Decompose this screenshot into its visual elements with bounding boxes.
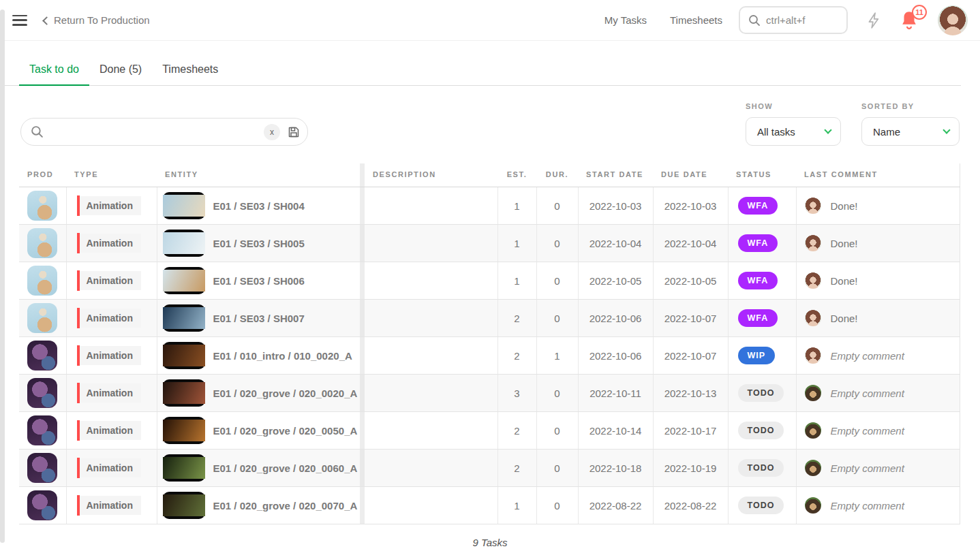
task-row[interactable]: AnimationE01 / 020_grove / 020_0020_A302… <box>19 375 960 412</box>
flash-icon[interactable] <box>866 12 883 29</box>
nav-my-tasks[interactable]: My Tasks <box>604 14 647 26</box>
global-search-box[interactable] <box>739 6 848 34</box>
entity-link[interactable]: E01 / 020_grove / 020_0070_A <box>157 492 361 519</box>
last-comment[interactable]: Done! <box>797 198 960 214</box>
column-resize-handle[interactable] <box>360 337 365 375</box>
table-header-row: PRODTYPEENTITYDESCRIPTIONEST.DUR.START D… <box>19 163 960 187</box>
entity-link[interactable]: E01 / SE03 / SH006 <box>157 267 361 294</box>
task-row[interactable]: AnimationE01 / SE03 / SH005102022-10-042… <box>19 225 960 262</box>
type-cell-td: Animation <box>66 300 157 337</box>
status-badge[interactable]: TODO <box>738 497 784 514</box>
nav-timesheets[interactable]: Timesheets <box>670 14 722 26</box>
tab-task-to-do[interactable]: Task to do <box>29 63 79 85</box>
task-row[interactable]: AnimationE01 / 020_grove / 020_0050_A202… <box>19 412 960 450</box>
column-resize-handle[interactable] <box>360 375 365 412</box>
tab-timesheets[interactable]: Timesheets <box>162 63 218 85</box>
entity-link[interactable]: E01 / 020_grove / 020_0050_A <box>157 417 361 444</box>
status-badge[interactable]: WFA <box>738 234 778 252</box>
last-comment[interactable]: Empty comment <box>797 385 960 401</box>
back-to-production-link[interactable]: Return To Production <box>44 14 150 26</box>
comment-author-avatar <box>805 347 821 364</box>
production-thumbnail[interactable] <box>27 228 57 258</box>
chevron-left-icon <box>42 16 51 25</box>
production-thumbnail[interactable] <box>27 303 57 333</box>
column-resize-handle[interactable] <box>360 262 365 300</box>
last-comment[interactable]: Empty comment <box>797 347 960 364</box>
status-badge[interactable]: WFA <box>738 197 778 215</box>
duration-cell: 0 <box>536 450 578 487</box>
task-filter-input[interactable] <box>50 126 257 138</box>
column-resize-handle[interactable] <box>360 487 365 524</box>
task-tabs: Task to do Done (5) Timesheets <box>0 63 961 86</box>
status-badge[interactable]: TODO <box>738 422 784 439</box>
estimation-cell: 1 <box>497 187 536 225</box>
entity-link[interactable]: E01 / 020_grove / 020_0020_A <box>157 379 361 407</box>
entity-link[interactable]: E01 / SE03 / SH005 <box>157 230 361 257</box>
entity-cell-td: E01 / 020_grove / 020_0060_A <box>157 450 360 487</box>
entity-link[interactable]: E01 / SE03 / SH004 <box>157 192 361 219</box>
column-resize-handle[interactable] <box>360 300 365 337</box>
last-comment[interactable]: Empty comment <box>797 497 960 514</box>
task-row[interactable]: AnimationE01 / SE03 / SH007202022-10-062… <box>19 300 960 337</box>
production-thumbnail[interactable] <box>27 341 57 371</box>
status-badge[interactable]: WFA <box>738 309 778 327</box>
task-row[interactable]: AnimationE01 / SE03 / SH006102022-10-052… <box>19 262 960 300</box>
column-header-dur-: DUR. <box>536 163 578 187</box>
entity-cell-td: E01 / SE03 / SH007 <box>157 300 360 337</box>
column-resize-handle[interactable] <box>360 450 365 487</box>
status-cell: WFA <box>728 300 796 337</box>
menu-icon[interactable] <box>12 15 27 26</box>
status-badge[interactable]: WFA <box>738 272 778 289</box>
column-resize-handle[interactable] <box>360 187 365 225</box>
description-cell <box>365 300 497 337</box>
tab-done[interactable]: Done (5) <box>99 63 142 85</box>
comment-text: Done! <box>831 200 858 212</box>
entity-link[interactable]: E01 / 010_intro / 010_0020_A <box>157 342 361 369</box>
prod-cell <box>19 450 66 487</box>
column-header-resizer[interactable] <box>360 163 365 187</box>
duration-cell: 0 <box>536 412 578 450</box>
production-thumbnail[interactable] <box>27 191 57 221</box>
production-thumbnail[interactable] <box>27 453 57 483</box>
last-comment[interactable]: Done! <box>797 310 960 326</box>
status-badge[interactable]: WIP <box>738 347 776 364</box>
production-thumbnail[interactable] <box>27 378 57 408</box>
type-cell-td: Animation <box>66 487 157 524</box>
last-comment-cell: Empty comment <box>796 450 960 487</box>
description-cell <box>365 412 497 450</box>
prod-cell <box>19 225 66 262</box>
column-resize-handle[interactable] <box>360 412 365 450</box>
status-badge[interactable]: TODO <box>738 384 784 402</box>
task-row[interactable]: AnimationE01 / 010_intro / 010_0020_A212… <box>19 337 960 375</box>
task-filter-search-box[interactable]: x <box>20 118 308 146</box>
production-thumbnail[interactable] <box>27 490 57 520</box>
task-count-label: 9 Tasks <box>0 537 980 548</box>
task-row[interactable]: AnimationE01 / 020_grove / 020_0070_A102… <box>19 487 960 524</box>
start-date-cell: 2022-10-06 <box>578 300 653 337</box>
sorted-by-select[interactable]: Name <box>861 117 960 146</box>
last-comment[interactable]: Empty comment <box>797 422 960 439</box>
save-filter-icon[interactable] <box>287 125 301 139</box>
clear-filter-button[interactable]: x <box>264 124 280 140</box>
status-badge[interactable]: TODO <box>738 459 784 477</box>
notification-count-badge[interactable]: 11 <box>912 5 927 20</box>
type-cell-td: Animation <box>66 450 157 487</box>
column-resize-handle[interactable] <box>360 225 365 262</box>
last-comment[interactable]: Done! <box>797 272 960 289</box>
show-filter-select[interactable]: All tasks <box>746 117 841 146</box>
duration-cell: 0 <box>536 187 578 225</box>
production-thumbnail[interactable] <box>27 266 57 296</box>
page-scrollbar[interactable] <box>0 10 5 543</box>
comment-text: Empty comment <box>831 500 904 511</box>
comment-author-avatar <box>805 385 821 401</box>
global-search-input[interactable] <box>766 14 838 26</box>
last-comment[interactable]: Empty comment <box>797 460 960 476</box>
user-avatar[interactable] <box>938 5 968 35</box>
last-comment[interactable]: Done! <box>797 235 960 251</box>
entity-link[interactable]: E01 / 020_grove / 020_0060_A <box>157 454 361 482</box>
task-row[interactable]: AnimationE01 / 020_grove / 020_0060_A202… <box>19 450 960 487</box>
task-row[interactable]: AnimationE01 / SE03 / SH004102022-10-032… <box>19 187 960 225</box>
status-cell: TODO <box>728 412 796 450</box>
production-thumbnail[interactable] <box>27 415 57 445</box>
entity-link[interactable]: E01 / SE03 / SH007 <box>157 304 361 332</box>
